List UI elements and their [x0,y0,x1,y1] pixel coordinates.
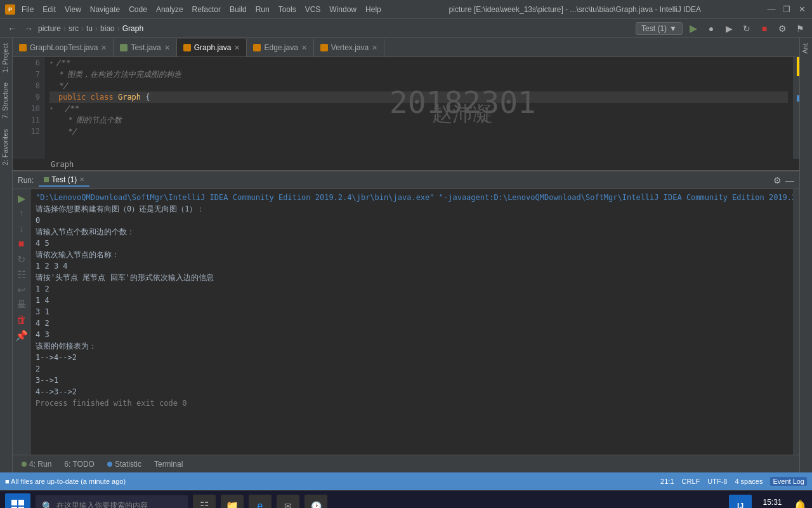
maximize-button[interactable]: ❒ [782,4,792,15]
debug-button[interactable]: ● [704,22,718,36]
idea-tray-icon[interactable]: IJ [729,495,752,509]
nav-back-button[interactable]: ← [5,22,19,36]
breadcrumb-biao[interactable]: biao [100,24,115,33]
run-label: Run: [18,176,34,185]
run-filter-button[interactable]: ☷ [15,268,28,281]
run-pin-button[interactable]: 📌 [15,329,28,342]
tab-edge[interactable]: Edge.java ✕ [247,39,313,57]
taskbar-clock-icon[interactable]: 🕑 [304,495,327,509]
bottom-tabs: 4: Run 6: TODO Statistic Terminal [13,455,799,472]
start-button[interactable] [5,493,30,509]
output-line-19: Process finished with exit code 0 [36,398,788,409]
rebuild-button[interactable]: ↻ [740,22,754,36]
taskbar-folder-icon[interactable]: 📁 [221,495,244,509]
menu-build[interactable]: Build [227,5,249,14]
menu-navigate[interactable]: Navigate [88,5,122,14]
indent[interactable]: 4 spaces [735,478,763,485]
menu-help[interactable]: Help [363,5,384,14]
output-line-6: 1 2 3 4 [36,260,788,272]
tab-close-3[interactable]: ✕ [301,44,307,52]
bottom-tab-todo[interactable]: 6: TODO [58,455,101,473]
breadcrumb-tu[interactable]: tu [86,24,93,33]
tab-close-4[interactable]: ✕ [372,44,377,52]
fold-icon-10[interactable]: ▾ [49,103,53,114]
bottom-tab-statistic[interactable]: Statistic [101,455,148,473]
bookmark-button[interactable]: ⚑ [793,22,807,36]
minimize-button[interactable]: — [766,4,776,15]
run-scroll-up[interactable]: ↑ [15,207,28,220]
line-separator[interactable]: CRLF [682,478,700,485]
title-left: P File Edit View Navigate Code Analyze R… [5,4,384,15]
run-wrap-button[interactable]: ↩ [15,283,28,296]
run-minimize-icon[interactable]: — [785,175,794,185]
breadcrumb-src[interactable]: src [69,24,79,33]
structure-panel-label[interactable]: 7: Structure [0,77,12,124]
nav-forward-button[interactable]: → [22,22,36,36]
build-button[interactable]: ▶ [722,22,736,36]
run-output[interactable]: "D:\LenovoQMDownload\SoftMgr\IntelliJ ID… [30,189,793,455]
run-scroll-down[interactable]: ↓ [15,222,28,235]
breadcrumb-sep-4: › [117,24,120,33]
tab-test[interactable]: Test.java ✕ [114,39,176,57]
menu-window[interactable]: Window [327,5,359,14]
menu-tools[interactable]: Tools [276,5,299,14]
stop-button[interactable]: ■ [757,22,771,36]
menu-edit[interactable]: Edit [40,5,58,14]
output-line-16: 3-->1 [36,375,788,386]
tab-close-1[interactable]: ✕ [164,44,170,52]
status-message: ■ All files are up-to-date (a minute ago… [5,478,655,485]
menu-view[interactable]: View [62,5,84,14]
fold-icon[interactable]: ▾ [49,57,53,69]
run-tab-close[interactable]: ✕ [79,176,84,183]
menu-file[interactable]: File [19,5,36,14]
editor-tabs: GraphLoopTest.java ✕ Test.java ✕ Graph.j… [13,38,799,57]
tab-graph[interactable]: Graph.java ✕ [177,39,247,57]
run-print-button[interactable]: 🖶 [15,298,28,311]
output-line-14: 1-->4-->2 [36,352,788,363]
tab-graphlooptest[interactable]: GraphLoopTest.java ✕ [13,39,114,57]
breadcrumb-picture[interactable]: picture [38,24,61,33]
taskbar-mail-icon[interactable]: ✉ [277,495,299,509]
tab-vertex[interactable]: Vertex.java ✕ [314,39,384,57]
run-tab[interactable]: Test (1) ✕ [39,174,89,187]
test-dropdown[interactable]: Test (1) ▼ [636,22,683,35]
run-play-button[interactable]: ▶ [15,192,28,204]
taskbar-ie-icon[interactable]: e [249,495,272,509]
menu-run[interactable]: Run [253,5,272,14]
code-editor[interactable]: 6 7 8 9 10 11 12 ▾ /** * 图类，在构造方法中完成图的构造… [13,57,799,159]
settings-button[interactable]: ⚙ [775,22,789,36]
svg-rect-1 [18,500,24,505]
tab-close-0[interactable]: ✕ [101,44,107,52]
favorites-panel-label[interactable]: 2: Favorites [0,124,12,170]
window-title: picture [E:\idea\week_13s\picture] - ...… [449,5,702,14]
run-button[interactable]: ▶ [686,22,700,36]
breadcrumb-graph[interactable]: Graph [122,24,143,33]
project-panel-label[interactable]: 1: Project [0,38,12,77]
output-line-8: 1 2 [36,283,788,295]
cursor-position[interactable]: 21:1 [660,478,674,485]
menu-vcs[interactable]: VCS [303,5,324,14]
run-settings-icon[interactable]: ⚙ [773,175,782,185]
taskbar-search[interactable]: 🔍 在这里输入你要搜索的内容 [36,495,188,509]
bottom-tab-run[interactable]: 4: Run [15,455,58,473]
run-scrollbar[interactable] [793,189,799,455]
ant-panel-label[interactable]: Ant [800,38,812,59]
breadcrumb-sep-2: › [81,24,84,33]
run-toolbar: ▶ ↑ ↓ ■ ↻ ☷ ↩ 🖶 🗑 📌 [13,189,30,455]
close-button[interactable]: ✕ [797,4,807,15]
taskbar-datetime[interactable]: 15:31 2019/12/2 [757,498,788,509]
event-log-button[interactable]: Event Log [770,477,807,486]
run-rerun-button[interactable]: ↻ [15,253,28,265]
notifications-icon[interactable]: 🔔 [793,499,807,509]
bottom-tab-terminal[interactable]: Terminal [148,455,189,473]
taskbar-apps-icon[interactable]: ☷ [193,495,216,509]
menu-code[interactable]: Code [126,5,150,14]
run-clear-button[interactable]: 🗑 [15,314,28,326]
tab-close-2[interactable]: ✕ [234,44,240,52]
encoding[interactable]: UTF-8 [707,478,727,485]
run-stop-button[interactable]: ■ [15,237,28,250]
code-content[interactable]: ▾ /** * 图类，在构造方法中完成图的构造 */ public class … [44,57,793,159]
editor-scrollbar[interactable] [793,57,799,159]
menu-analyze[interactable]: Analyze [154,5,186,14]
menu-refactor[interactable]: Refactor [190,5,223,14]
